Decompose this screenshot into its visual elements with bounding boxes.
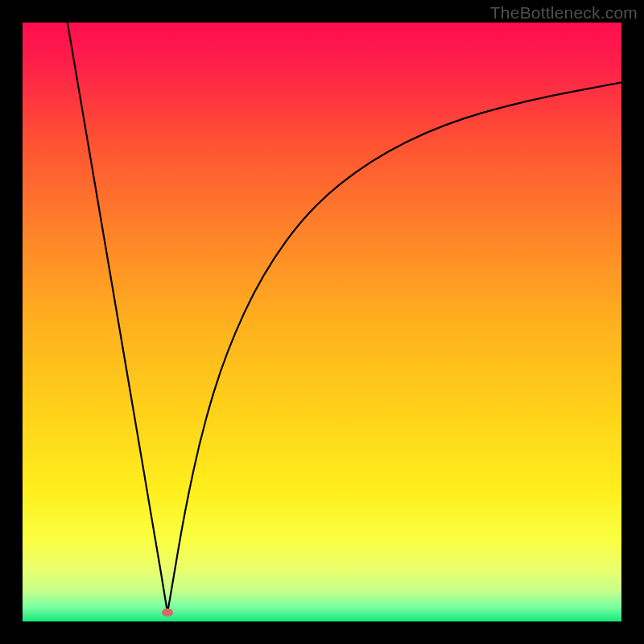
- minimum-marker: [162, 609, 173, 617]
- chart-frame: [23, 23, 621, 621]
- chart-svg: [23, 23, 621, 621]
- watermark-text: TheBottleneck.com: [490, 3, 638, 23]
- gradient-background: [23, 23, 621, 621]
